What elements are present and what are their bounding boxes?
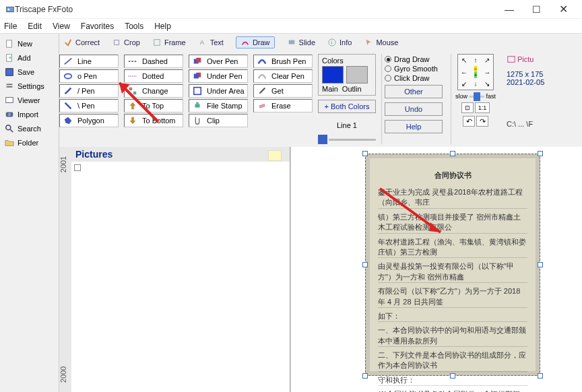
clip-icon (192, 116, 203, 125)
handle-se[interactable] (538, 373, 543, 379)
help-button[interactable]: Help (385, 120, 443, 133)
main-color-swatch[interactable] (322, 66, 344, 84)
slide-icon (287, 38, 296, 46)
tool-dashed[interactable]: Dashed (124, 55, 183, 68)
rotate-right-button[interactable]: ↷ (476, 116, 488, 127)
ribbon-tabs: Correct Crop Frame AText Draw Slide iInf… (59, 34, 582, 51)
line-label: Line 1 (318, 121, 376, 129)
menu-help[interactable]: Help (154, 22, 171, 31)
tab-crop[interactable]: Crop (112, 38, 140, 46)
menu-file[interactable]: File (4, 22, 17, 31)
svg-rect-5 (6, 69, 13, 76)
handle-nw[interactable] (362, 151, 368, 156)
speed-slider[interactable]: slow fast (455, 93, 496, 100)
image-info: Pictu 1275 x 175 2021-02-05 C:\ ... \F (505, 54, 555, 144)
zoom-1-1-button[interactable]: 1:1 (475, 102, 490, 113)
clear-pen-icon (257, 71, 267, 81)
radio-click-draw[interactable]: Click Draw (385, 74, 443, 82)
sidebar-import[interactable]: Import (1, 108, 57, 121)
other-button[interactable]: Other (385, 85, 443, 98)
outline-color-swatch[interactable] (346, 66, 368, 84)
line-slider[interactable] (318, 135, 376, 144)
menubar: File Edit View Favorites Tools Help (0, 19, 582, 34)
info-icon: i (327, 38, 337, 46)
tool-change[interactable]: Change (124, 84, 183, 98)
tool-to-bottom[interactable]: To Bottom (124, 114, 183, 127)
tab-correct[interactable]: Correct (63, 38, 100, 46)
tool-backslash-pen[interactable]: \ Pen (59, 99, 119, 112)
tool-under-area[interactable]: Under Area (189, 84, 248, 98)
sidebar-add[interactable]: +Add (1, 51, 57, 65)
viewer-icon (4, 96, 15, 105)
sidebar-folder[interactable]: Folder (1, 136, 57, 150)
tool-file-stamp[interactable]: File Stamp (189, 99, 248, 112)
radio-gyro-smooth[interactable]: Gyro Smooth (385, 65, 443, 73)
sidebar-settings[interactable]: Settings (1, 79, 57, 93)
tool-to-top[interactable]: To Top (124, 99, 183, 112)
svg-point-1 (7, 8, 9, 10)
note-icon[interactable] (268, 150, 282, 161)
menu-favorites[interactable]: Favorites (81, 22, 114, 31)
crop-icon (112, 38, 121, 46)
close-button[interactable]: ✕ (550, 0, 577, 19)
tool-o-pen[interactable]: o Pen (59, 69, 119, 83)
svg-line-21 (65, 88, 71, 94)
svg-text:i: i (331, 38, 332, 46)
svg-rect-13 (115, 40, 119, 45)
sidebar-save[interactable]: Save (1, 65, 57, 79)
sidebar-search[interactable]: Search (1, 122, 57, 135)
tool-over-pen[interactable]: Over Pen (189, 55, 248, 68)
tool-clear-pen[interactable]: Clear Pen (253, 69, 313, 83)
slash-pen-icon (63, 86, 73, 96)
maximize-button[interactable]: ☐ (523, 0, 550, 19)
search-icon (4, 124, 15, 133)
empty-checkbox[interactable] (74, 164, 81, 171)
tool-brush-pen[interactable]: Brush Pen (253, 55, 313, 68)
doc-title: 合同协议书 (378, 170, 527, 181)
fit-button[interactable]: ⊡ (461, 102, 474, 113)
rotate-left-button[interactable]: ↶ (463, 116, 475, 127)
tool-polygon[interactable]: Polygon (59, 114, 119, 127)
minimize-button[interactable]: — (496, 0, 523, 19)
menu-view[interactable]: View (53, 22, 70, 31)
outline-label: Outlin (342, 85, 362, 93)
settings-icon (4, 81, 15, 91)
polygon-icon (63, 116, 73, 125)
menu-edit[interactable]: Edit (28, 22, 42, 31)
text-icon: A (198, 38, 207, 46)
tool-slash-pen[interactable]: / Pen (59, 84, 119, 98)
window-title: Triscape FxFoto (15, 5, 73, 14)
handle-n[interactable] (450, 151, 455, 156)
tool-col-3: Over Pen Under Pen Under Area File Stamp… (189, 54, 248, 144)
canvas[interactable]: 合同协议书 鉴于业主为完成 灵璧县2018年农村道路工程（向阳乡、韦庄 镇）第三… (290, 147, 582, 392)
handle-sw[interactable] (362, 373, 368, 379)
tab-text[interactable]: AText (198, 38, 224, 46)
handle-ne[interactable] (538, 151, 543, 156)
tool-get[interactable]: Get (253, 84, 313, 98)
document-image[interactable]: 合同协议书 鉴于业主为完成 灵璧县2018年农村道路工程（向阳乡、韦庄 镇）第三… (365, 154, 540, 376)
tab-slide[interactable]: Slide (287, 38, 315, 46)
svg-rect-8 (6, 98, 13, 103)
image-path: C:\ ... \F (507, 120, 554, 128)
radio-drag-draw[interactable]: Drag Draw (385, 55, 443, 63)
sidebar-viewer[interactable]: Viewer (1, 94, 57, 107)
tool-erase[interactable]: Erase (253, 99, 313, 112)
tab-mouse[interactable]: Mouse (364, 38, 398, 46)
both-colors-button[interactable]: + Both Colors (318, 100, 376, 113)
handle-w[interactable] (362, 262, 368, 267)
sidebar-new[interactable]: New (1, 37, 57, 51)
tool-clip[interactable]: Clip (189, 114, 248, 127)
undo-button[interactable]: Undo (385, 102, 443, 116)
handle-e[interactable] (538, 262, 543, 267)
tab-info[interactable]: iInfo (327, 38, 352, 46)
tool-dotted[interactable]: Dotted (124, 69, 183, 83)
tool-line[interactable]: Line (59, 55, 119, 68)
menu-tools[interactable]: Tools (125, 22, 143, 31)
nav-pad[interactable]: ↖↑↗ ←−+→ ↙↓↘ (457, 54, 494, 90)
tab-draw[interactable]: Draw (236, 36, 275, 48)
svg-rect-16 (288, 40, 294, 44)
tool-under-pen[interactable]: Under Pen (189, 69, 248, 83)
svg-line-12 (10, 129, 13, 132)
tab-frame[interactable]: Frame (152, 38, 186, 46)
svg-rect-29 (131, 117, 134, 121)
